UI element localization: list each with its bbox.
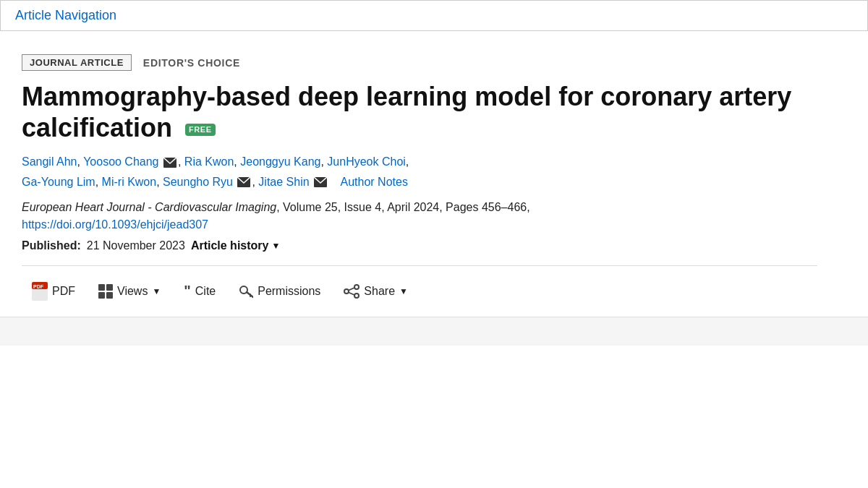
published-date: 21 November 2023	[87, 239, 185, 252]
svg-point-15	[344, 289, 349, 294]
author-ria-kwon[interactable]: Ria Kwon	[184, 155, 234, 168]
svg-point-13	[354, 285, 359, 289]
bottom-bar	[0, 317, 868, 346]
free-badge: FREE	[185, 124, 216, 136]
email-icon-chang	[163, 158, 176, 168]
svg-rect-8	[98, 292, 105, 299]
main-content: JOURNAL ARTICLE EDITOR'S CHOICE Mammogra…	[0, 40, 839, 317]
journal-name: European Heart Journal - Cardiovascular …	[22, 201, 276, 213]
views-chevron-icon: ▼	[152, 286, 161, 296]
journal-details: , Volume 25, Issue 4, April 2024, Pages …	[276, 201, 529, 213]
share-chevron-icon: ▼	[399, 286, 408, 296]
article-history-link[interactable]: Article history ▼	[191, 239, 280, 252]
editors-choice-badge: EDITOR'S CHOICE	[143, 57, 240, 69]
views-button[interactable]: Views ▼	[88, 278, 171, 304]
views-grid-icon	[98, 284, 113, 299]
cite-quote-icon: "	[184, 283, 190, 299]
chevron-down-icon: ▼	[271, 241, 280, 251]
journal-info: European Heart Journal - Cardiovascular …	[22, 199, 817, 234]
author-sangil-ahn[interactable]: Sangil Ahn	[22, 155, 77, 168]
article-type-row: JOURNAL ARTICLE EDITOR'S CHOICE	[22, 54, 817, 71]
authors-line: Sangil Ahn, Yoosoo Chang , Ria Kwon, Jeo…	[22, 152, 817, 191]
published-row: Published: 21 November 2023 Article hist…	[22, 239, 817, 252]
published-label: Published:	[22, 239, 81, 252]
author-yoosoo-chang[interactable]: Yoosoo Chang	[83, 155, 158, 168]
svg-point-14	[354, 294, 359, 298]
article-navigation-link[interactable]: Article Navigation	[15, 8, 116, 22]
svg-line-17	[349, 292, 354, 295]
permissions-button[interactable]: Permissions	[229, 278, 331, 304]
author-miri-kwon[interactable]: Mi-ri Kwon	[102, 176, 157, 188]
svg-rect-6	[98, 284, 105, 291]
svg-line-16	[349, 288, 354, 291]
author-gayoung-lim[interactable]: Ga-Young Lim	[22, 176, 95, 188]
action-bar: PDF PDF Views ▼ " Cite	[22, 265, 817, 317]
pdf-button[interactable]: PDF PDF	[22, 276, 85, 307]
cite-button[interactable]: " Cite	[174, 277, 226, 305]
article-title: Mammography-based deep learning model fo…	[22, 81, 817, 143]
author-seungho-ryu[interactable]: Seungho Ryu	[163, 176, 233, 188]
key-icon	[239, 284, 253, 299]
share-icon	[344, 284, 359, 299]
author-junhyeok-choi[interactable]: JunHyeok Choi	[327, 155, 406, 168]
share-button[interactable]: Share ▼	[333, 278, 418, 304]
author-jitae-shin[interactable]: Jitae Shin	[258, 176, 309, 188]
svg-text:PDF: PDF	[33, 284, 44, 289]
doi-link[interactable]: https://doi.org/10.1093/ehjci/jead307	[22, 218, 208, 231]
svg-rect-7	[106, 284, 113, 291]
pdf-icon: PDF	[32, 282, 48, 301]
journal-article-badge: JOURNAL ARTICLE	[22, 54, 132, 71]
email-icon-shin	[314, 177, 327, 187]
svg-rect-9	[106, 292, 113, 299]
email-icon-ryu	[237, 177, 250, 187]
author-jeonggyu-kang[interactable]: Jeonggyu Kang	[240, 155, 320, 168]
author-notes-link[interactable]: Author Notes	[341, 176, 408, 188]
nav-bar: Article Navigation	[0, 0, 868, 31]
